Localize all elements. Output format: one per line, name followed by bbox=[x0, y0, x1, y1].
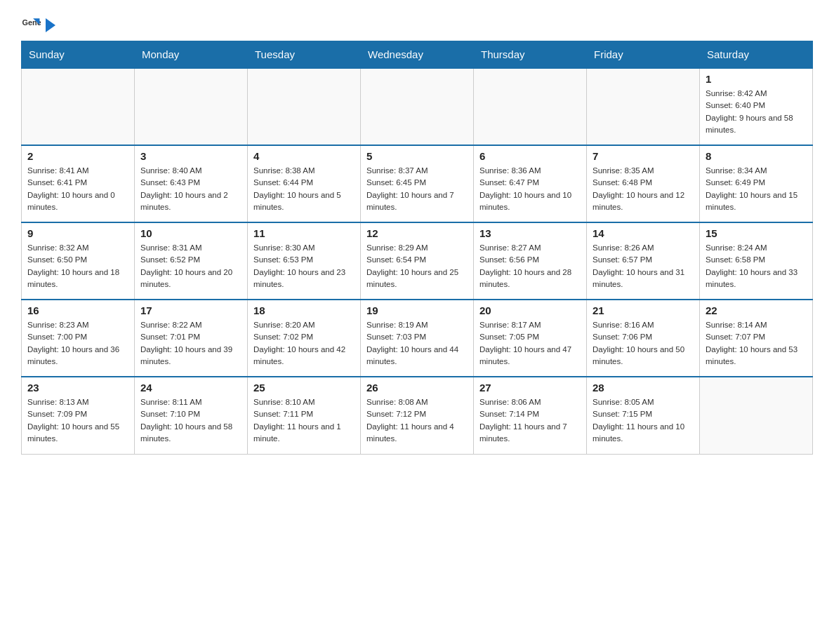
day-info: Sunrise: 8:35 AM Sunset: 6:48 PM Dayligh… bbox=[593, 165, 694, 213]
day-info: Sunrise: 8:29 AM Sunset: 6:54 PM Dayligh… bbox=[366, 242, 468, 290]
day-info: Sunrise: 8:16 AM Sunset: 7:06 PM Dayligh… bbox=[593, 319, 694, 368]
day-info: Sunrise: 8:36 AM Sunset: 6:47 PM Dayligh… bbox=[479, 165, 581, 213]
calendar-cell: 7Sunrise: 8:35 AM Sunset: 6:48 PM Daylig… bbox=[587, 145, 700, 222]
calendar-cell: 18Sunrise: 8:20 AM Sunset: 7:02 PM Dayli… bbox=[248, 300, 361, 377]
day-info: Sunrise: 8:14 AM Sunset: 7:07 PM Dayligh… bbox=[706, 319, 807, 368]
calendar-cell: 23Sunrise: 8:13 AM Sunset: 7:09 PM Dayli… bbox=[22, 377, 135, 454]
day-number: 11 bbox=[253, 227, 355, 239]
day-number: 17 bbox=[140, 304, 241, 316]
day-number: 25 bbox=[253, 382, 355, 394]
calendar-cell: 25Sunrise: 8:10 AM Sunset: 7:11 PM Dayli… bbox=[248, 377, 361, 454]
calendar-cell bbox=[474, 68, 587, 145]
header: General bbox=[21, 14, 813, 34]
day-info: Sunrise: 8:40 AM Sunset: 6:43 PM Dayligh… bbox=[140, 165, 241, 213]
calendar-cell bbox=[22, 68, 135, 145]
day-info: Sunrise: 8:31 AM Sunset: 6:52 PM Dayligh… bbox=[140, 242, 241, 290]
day-number: 13 bbox=[479, 227, 581, 239]
day-number: 20 bbox=[479, 304, 581, 316]
calendar-cell: 19Sunrise: 8:19 AM Sunset: 7:03 PM Dayli… bbox=[361, 300, 474, 377]
calendar-cell: 24Sunrise: 8:11 AM Sunset: 7:10 PM Dayli… bbox=[135, 377, 248, 454]
calendar-cell: 13Sunrise: 8:27 AM Sunset: 6:56 PM Dayli… bbox=[474, 222, 587, 300]
calendar-cell: 9Sunrise: 8:32 AM Sunset: 6:50 PM Daylig… bbox=[22, 222, 135, 300]
day-info: Sunrise: 8:32 AM Sunset: 6:50 PM Dayligh… bbox=[27, 242, 128, 290]
calendar-cell bbox=[248, 68, 361, 145]
day-info: Sunrise: 8:26 AM Sunset: 6:57 PM Dayligh… bbox=[593, 242, 694, 290]
calendar-cell: 5Sunrise: 8:37 AM Sunset: 6:45 PM Daylig… bbox=[361, 145, 474, 222]
day-info: Sunrise: 8:30 AM Sunset: 6:53 PM Dayligh… bbox=[253, 242, 355, 290]
day-info: Sunrise: 8:23 AM Sunset: 7:00 PM Dayligh… bbox=[27, 319, 128, 368]
calendar-cell: 28Sunrise: 8:05 AM Sunset: 7:15 PM Dayli… bbox=[587, 377, 700, 454]
calendar-header-friday: Friday bbox=[587, 41, 700, 69]
calendar-cell: 10Sunrise: 8:31 AM Sunset: 6:52 PM Dayli… bbox=[135, 222, 248, 300]
day-info: Sunrise: 8:42 AM Sunset: 6:40 PM Dayligh… bbox=[706, 88, 807, 136]
calendar-cell: 16Sunrise: 8:23 AM Sunset: 7:00 PM Dayli… bbox=[22, 300, 135, 377]
calendar-cell: 8Sunrise: 8:34 AM Sunset: 6:49 PM Daylig… bbox=[700, 145, 813, 222]
calendar-cell: 6Sunrise: 8:36 AM Sunset: 6:47 PM Daylig… bbox=[474, 145, 587, 222]
calendar-cell: 14Sunrise: 8:26 AM Sunset: 6:57 PM Dayli… bbox=[587, 222, 700, 300]
logo-triangle-icon bbox=[46, 18, 55, 32]
day-number: 18 bbox=[253, 304, 355, 316]
day-number: 10 bbox=[140, 227, 241, 239]
calendar-week-2: 2Sunrise: 8:41 AM Sunset: 6:41 PM Daylig… bbox=[22, 145, 813, 222]
day-number: 28 bbox=[593, 382, 694, 394]
day-info: Sunrise: 8:13 AM Sunset: 7:09 PM Dayligh… bbox=[27, 396, 128, 445]
calendar-cell: 2Sunrise: 8:41 AM Sunset: 6:41 PM Daylig… bbox=[22, 145, 135, 222]
day-info: Sunrise: 8:19 AM Sunset: 7:03 PM Dayligh… bbox=[366, 319, 468, 368]
calendar-cell: 27Sunrise: 8:06 AM Sunset: 7:14 PM Dayli… bbox=[474, 377, 587, 454]
calendar-cell: 15Sunrise: 8:24 AM Sunset: 6:58 PM Dayli… bbox=[700, 222, 813, 300]
calendar-week-1: 1Sunrise: 8:42 AM Sunset: 6:40 PM Daylig… bbox=[22, 68, 813, 145]
day-number: 5 bbox=[366, 150, 468, 162]
day-number: 23 bbox=[27, 382, 128, 394]
calendar-header-thursday: Thursday bbox=[474, 41, 587, 69]
calendar-cell: 12Sunrise: 8:29 AM Sunset: 6:54 PM Dayli… bbox=[361, 222, 474, 300]
day-info: Sunrise: 8:34 AM Sunset: 6:49 PM Dayligh… bbox=[706, 165, 807, 213]
calendar-cell bbox=[587, 68, 700, 145]
calendar-cell: 11Sunrise: 8:30 AM Sunset: 6:53 PM Dayli… bbox=[248, 222, 361, 300]
day-number: 14 bbox=[593, 227, 694, 239]
day-info: Sunrise: 8:22 AM Sunset: 7:01 PM Dayligh… bbox=[140, 319, 241, 368]
calendar-cell: 21Sunrise: 8:16 AM Sunset: 7:06 PM Dayli… bbox=[587, 300, 700, 377]
day-number: 21 bbox=[593, 304, 694, 316]
calendar-cell: 3Sunrise: 8:40 AM Sunset: 6:43 PM Daylig… bbox=[135, 145, 248, 222]
day-info: Sunrise: 8:06 AM Sunset: 7:14 PM Dayligh… bbox=[479, 396, 581, 445]
calendar-cell bbox=[361, 68, 474, 145]
day-number: 9 bbox=[27, 227, 128, 239]
day-number: 24 bbox=[140, 382, 241, 394]
calendar-header-sunday: Sunday bbox=[22, 41, 135, 69]
calendar-cell bbox=[135, 68, 248, 145]
day-number: 8 bbox=[706, 150, 807, 162]
calendar-cell: 20Sunrise: 8:17 AM Sunset: 7:05 PM Dayli… bbox=[474, 300, 587, 377]
calendar-cell: 22Sunrise: 8:14 AM Sunset: 7:07 PM Dayli… bbox=[700, 300, 813, 377]
day-info: Sunrise: 8:24 AM Sunset: 6:58 PM Dayligh… bbox=[706, 242, 807, 290]
day-info: Sunrise: 8:11 AM Sunset: 7:10 PM Dayligh… bbox=[140, 396, 241, 445]
calendar-cell: 26Sunrise: 8:08 AM Sunset: 7:12 PM Dayli… bbox=[361, 377, 474, 454]
calendar-cell: 17Sunrise: 8:22 AM Sunset: 7:01 PM Dayli… bbox=[135, 300, 248, 377]
calendar-week-4: 16Sunrise: 8:23 AM Sunset: 7:00 PM Dayli… bbox=[22, 300, 813, 377]
day-number: 19 bbox=[366, 304, 468, 316]
day-number: 27 bbox=[479, 382, 581, 394]
day-number: 3 bbox=[140, 150, 241, 162]
day-number: 15 bbox=[706, 227, 807, 239]
calendar-header-saturday: Saturday bbox=[700, 41, 813, 69]
day-number: 6 bbox=[479, 150, 581, 162]
day-info: Sunrise: 8:27 AM Sunset: 6:56 PM Dayligh… bbox=[479, 242, 581, 290]
day-info: Sunrise: 8:10 AM Sunset: 7:11 PM Dayligh… bbox=[253, 396, 355, 445]
calendar-header-tuesday: Tuesday bbox=[248, 41, 361, 69]
calendar-header-row: SundayMondayTuesdayWednesdayThursdayFrid… bbox=[22, 41, 813, 69]
calendar-week-3: 9Sunrise: 8:32 AM Sunset: 6:50 PM Daylig… bbox=[22, 222, 813, 300]
day-info: Sunrise: 8:41 AM Sunset: 6:41 PM Dayligh… bbox=[27, 165, 128, 213]
calendar-header-wednesday: Wednesday bbox=[361, 41, 474, 69]
day-info: Sunrise: 8:38 AM Sunset: 6:44 PM Dayligh… bbox=[253, 165, 355, 213]
calendar-week-5: 23Sunrise: 8:13 AM Sunset: 7:09 PM Dayli… bbox=[22, 377, 813, 454]
day-info: Sunrise: 8:20 AM Sunset: 7:02 PM Dayligh… bbox=[253, 319, 355, 368]
day-number: 7 bbox=[593, 150, 694, 162]
day-info: Sunrise: 8:37 AM Sunset: 6:45 PM Dayligh… bbox=[366, 165, 468, 213]
calendar-cell: 4Sunrise: 8:38 AM Sunset: 6:44 PM Daylig… bbox=[248, 145, 361, 222]
calendar-header-monday: Monday bbox=[135, 41, 248, 69]
calendar-table: SundayMondayTuesdayWednesdayThursdayFrid… bbox=[21, 41, 813, 455]
calendar-cell bbox=[700, 377, 813, 454]
calendar-cell: 1Sunrise: 8:42 AM Sunset: 6:40 PM Daylig… bbox=[700, 68, 813, 145]
logo: General bbox=[21, 14, 55, 34]
day-info: Sunrise: 8:05 AM Sunset: 7:15 PM Dayligh… bbox=[593, 396, 694, 445]
day-number: 22 bbox=[706, 304, 807, 316]
